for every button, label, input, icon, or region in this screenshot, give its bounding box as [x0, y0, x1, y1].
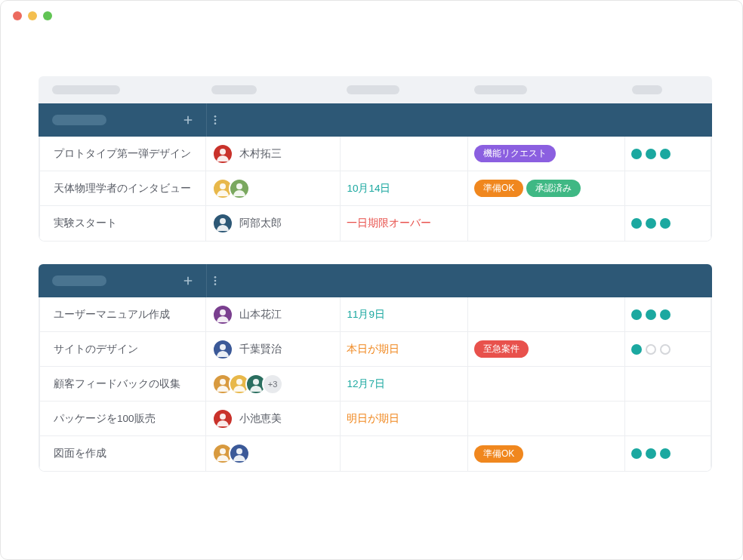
- assignee-name: 山本花江: [239, 308, 282, 322]
- status-dots: [631, 309, 671, 320]
- content-area: プロトタイプ第一弾デザイン 木村拓三 機能リクエスト 天体物理学者のインタビュー…: [1, 31, 742, 502]
- task-row[interactable]: 図面を作成 準備OK: [39, 436, 711, 471]
- due-date: 11月9日: [347, 308, 385, 322]
- svg-point-12: [220, 379, 226, 385]
- more-icon[interactable]: [208, 273, 223, 288]
- status-dots: [631, 344, 671, 355]
- svg-point-9: [214, 283, 217, 285]
- avatar[interactable]: [229, 443, 250, 464]
- task-row[interactable]: パッケージを100販売 小池恵美 明日が期日: [39, 402, 711, 436]
- task-name: プロトタイプ第一弾デザイン: [54, 147, 191, 161]
- section-title: [52, 275, 106, 286]
- svg-point-7: [214, 276, 217, 278]
- avatar[interactable]: [229, 178, 250, 199]
- avatar[interactable]: [212, 143, 233, 165]
- task-name: 顧客フィードバックの収集: [54, 377, 180, 391]
- tag[interactable]: 機能リクエスト: [474, 145, 556, 162]
- minimize-window-button[interactable]: [28, 11, 37, 20]
- svg-point-10: [220, 309, 226, 315]
- close-window-button[interactable]: [13, 11, 22, 20]
- task-name: サイトのデザイン: [54, 343, 138, 356]
- tag[interactable]: 至急案件: [474, 340, 529, 358]
- avatar[interactable]: [212, 408, 233, 429]
- svg-point-1: [214, 119, 217, 122]
- due-date: 本日が期日: [347, 343, 399, 356]
- assignee-name: 阿部太郎: [239, 217, 282, 230]
- svg-point-17: [236, 448, 242, 454]
- tag[interactable]: 準備OK: [474, 445, 523, 463]
- task-name: 実験スタート: [54, 217, 117, 230]
- svg-point-6: [220, 218, 226, 224]
- svg-point-5: [236, 183, 242, 189]
- tag[interactable]: 承認済み: [526, 180, 581, 197]
- due-date: 10月14日: [347, 182, 390, 195]
- status-dots: [631, 218, 671, 229]
- add-task-icon[interactable]: [180, 112, 196, 128]
- task-row[interactable]: 実験スタート 阿部太郎 一日期限オーバー: [39, 206, 711, 241]
- avatar[interactable]: [212, 304, 233, 325]
- maximize-window-button[interactable]: [43, 11, 52, 20]
- titlebar: [1, 1, 742, 31]
- svg-point-3: [220, 149, 226, 155]
- task-name: ユーザーマニュアル作成: [54, 308, 170, 322]
- assignee-name: 小池恵美: [239, 412, 282, 426]
- assignee-name: 木村拓三: [239, 147, 282, 161]
- svg-point-2: [214, 122, 217, 125]
- section-header[interactable]: [39, 103, 712, 137]
- section-header[interactable]: [39, 264, 712, 297]
- avatar[interactable]: [212, 213, 233, 234]
- section-title: [52, 115, 106, 125]
- app-window: プロトタイプ第一弾デザイン 木村拓三 機能リクエスト 天体物理学者のインタビュー…: [0, 0, 743, 560]
- column-header-row: [39, 76, 712, 103]
- task-name: 天体物理学者のインタビュー: [54, 182, 191, 195]
- task-row[interactable]: 天体物理学者のインタビュー 10月14日 準備OK 承認済み: [39, 171, 711, 206]
- avatar-more[interactable]: +3: [262, 374, 283, 395]
- svg-point-15: [220, 414, 226, 420]
- column-header-date: [347, 85, 399, 94]
- svg-point-13: [236, 379, 242, 385]
- status-dots: [631, 448, 671, 459]
- task-row[interactable]: プロトタイプ第一弾デザイン 木村拓三 機能リクエスト: [39, 137, 711, 171]
- tag[interactable]: 準備OK: [474, 180, 523, 197]
- due-date: 12月7日: [347, 377, 385, 391]
- column-header-assignee: [211, 85, 257, 94]
- svg-point-11: [220, 344, 226, 350]
- column-header-tags: [474, 85, 527, 94]
- task-name: パッケージを100販売: [54, 412, 156, 426]
- due-date: 明日が期日: [347, 412, 399, 426]
- svg-point-0: [214, 115, 217, 118]
- svg-point-14: [253, 379, 259, 385]
- avatar[interactable]: [212, 339, 233, 360]
- svg-point-16: [220, 448, 226, 454]
- more-icon[interactable]: [208, 112, 223, 128]
- add-task-icon[interactable]: [180, 273, 196, 288]
- task-name: 図面を作成: [54, 447, 106, 460]
- due-date: 一日期限オーバー: [347, 217, 431, 230]
- svg-point-8: [214, 280, 217, 282]
- assignee-name: 千葉賢治: [239, 343, 282, 356]
- task-row[interactable]: 顧客フィードバックの収集 +3 12月7日: [39, 367, 711, 402]
- column-header-status: [632, 85, 662, 94]
- task-row[interactable]: ユーザーマニュアル作成 山本花江 11月9日: [39, 297, 711, 332]
- task-row[interactable]: サイトのデザイン 千葉賢治 本日が期日 至急案件: [39, 332, 711, 367]
- column-header-task: [52, 85, 120, 94]
- svg-point-4: [220, 183, 226, 189]
- status-dots: [631, 149, 671, 159]
